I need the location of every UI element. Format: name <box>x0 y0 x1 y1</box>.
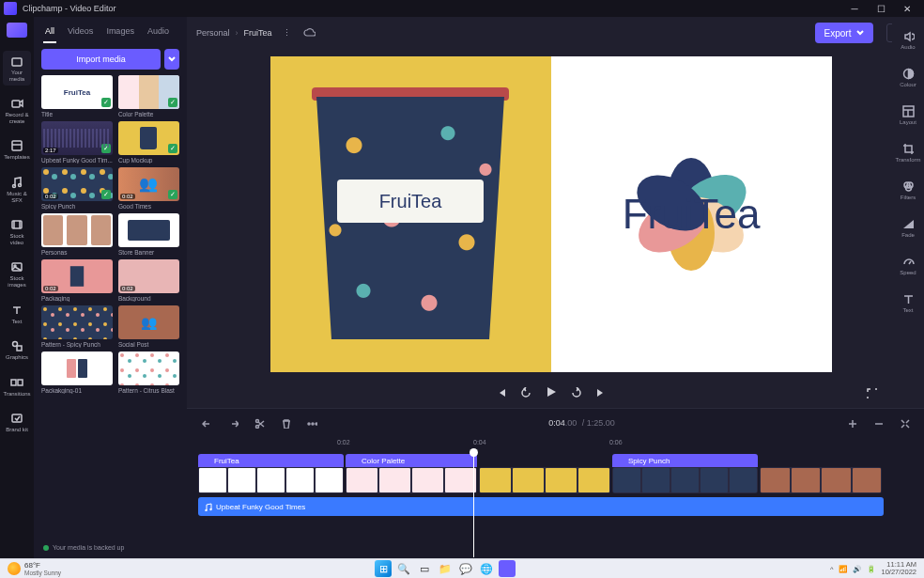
taskbar-tray[interactable]: ^ 📶 🔊 🔋 11:11 AM 10/27/2022 <box>830 561 916 577</box>
volume-icon[interactable]: 🔊 <box>853 565 861 573</box>
video-clip[interactable] <box>346 467 477 493</box>
start-button[interactable]: ⊞ <box>375 560 392 577</box>
media-panel: All Videos Images Audio Import media Fru… <box>34 17 187 558</box>
wifi-icon[interactable]: 📶 <box>839 565 847 573</box>
camera-icon <box>10 97 23 110</box>
media-item[interactable]: 0:02Spicy Punch <box>41 167 113 210</box>
breadcrumb-current[interactable]: FruiTea <box>244 28 272 38</box>
cloud-icon <box>303 27 316 39</box>
skip-end-button[interactable] <box>595 385 607 402</box>
rail-music[interactable]: Music & SFX <box>3 172 31 207</box>
taskbar-chat[interactable]: 💬 <box>457 560 474 577</box>
breadcrumb-parent[interactable]: Personal <box>196 28 230 38</box>
music-note-icon <box>204 503 212 511</box>
taskbar-explorer[interactable]: 📁 <box>437 560 454 577</box>
rail-stock-images[interactable]: Stock images <box>3 257 31 291</box>
media-item[interactable]: Packakging-01 <box>41 351 113 394</box>
fit-timeline-button[interactable] <box>896 414 913 431</box>
timeline-toolbar: 0:04.00 / 1:25.00 <box>187 409 924 437</box>
audio-clip[interactable]: Upbeat Funky Good Times <box>198 497 884 516</box>
taskbar-clock[interactable]: 11:11 AM 10/27/2022 <box>881 561 916 577</box>
clip-label[interactable]: Color Palette <box>346 454 477 467</box>
undo-button[interactable] <box>198 414 215 431</box>
rail-record[interactable]: Record & create <box>3 93 31 128</box>
delete-button[interactable] <box>277 414 294 431</box>
tab-images[interactable]: Images <box>104 23 136 43</box>
tool-speed[interactable]: Speed <box>895 248 921 282</box>
overflow-menu-button[interactable]: ⋮ <box>280 25 295 40</box>
crop-icon <box>902 143 915 155</box>
import-media-button[interactable]: Import media <box>41 49 161 70</box>
tool-colour[interactable]: Colour <box>895 60 921 94</box>
media-item[interactable]: Store Banner <box>118 213 179 256</box>
media-item[interactable]: 2:17Upbeat Funky Good Tim... <box>41 121 113 164</box>
maximize-button[interactable]: ☐ <box>868 0 894 17</box>
video-clip[interactable] <box>612 467 758 493</box>
tool-filters[interactable]: Filters <box>895 173 921 207</box>
playhead[interactable] <box>473 452 474 557</box>
clip-label[interactable]: FruiTea <box>198 454 344 467</box>
tray-chevron-icon[interactable]: ^ <box>830 565 834 573</box>
taskbar-task-view[interactable]: ▭ <box>416 560 433 577</box>
video-clip[interactable] <box>760 467 882 493</box>
tab-videos[interactable]: Videos <box>66 23 95 43</box>
shapes-icon <box>10 339 23 352</box>
rail-text[interactable]: Text <box>3 300 31 329</box>
minimize-button[interactable]: ─ <box>841 0 868 17</box>
media-item[interactable]: 0:02Good Times <box>118 167 179 210</box>
play-button[interactable] <box>545 385 558 402</box>
import-media-dropdown[interactable] <box>164 49 179 70</box>
export-button[interactable]: Export <box>815 23 874 43</box>
cloud-sync-icon[interactable] <box>302 25 317 40</box>
media-item[interactable]: FruiTeaTitle <box>41 75 113 117</box>
timeline-tracks[interactable]: FruiTea Color Palette Spicy Punch Upbeat… <box>187 452 924 557</box>
svg-point-4 <box>13 184 16 187</box>
clip-label[interactable]: Spicy Punch <box>612 454 758 467</box>
battery-icon[interactable]: 🔋 <box>867 565 875 573</box>
tool-audio[interactable]: Audio <box>895 23 921 56</box>
forward-button[interactable] <box>571 385 582 402</box>
taskbar-search[interactable]: 🔍 <box>395 560 412 577</box>
taskbar-center: ⊞ 🔍 ▭ 📁 💬 🌐 <box>375 560 516 577</box>
rail-stock-video[interactable]: Stock video <box>3 214 31 249</box>
media-item[interactable]: Cup Mockup <box>118 121 179 164</box>
text-icon <box>10 304 23 317</box>
more-button[interactable] <box>303 414 320 431</box>
media-item[interactable]: Pattern - Citrus Blast <box>118 351 179 394</box>
rail-your-media[interactable]: Your media <box>3 51 31 86</box>
tool-layout[interactable]: Layout <box>895 98 921 132</box>
rewind-button[interactable] <box>520 385 531 402</box>
video-clip[interactable] <box>479 467 610 493</box>
preview-canvas[interactable]: FruiTea FruiTea <box>270 56 832 372</box>
media-item[interactable]: 0:02Background <box>118 259 179 302</box>
fade-icon <box>902 218 915 230</box>
video-clip[interactable] <box>198 467 344 493</box>
tab-audio[interactable]: Audio <box>146 23 171 43</box>
tab-all[interactable]: All <box>43 23 56 43</box>
taskbar-weather[interactable]: 68°F Mostly Sunny <box>8 561 61 576</box>
windows-taskbar[interactable]: 68°F Mostly Sunny ⊞ 🔍 ▭ 📁 💬 🌐 ^ 📶 🔊 🔋 11… <box>0 558 924 578</box>
rail-graphics[interactable]: Graphics <box>3 336 31 365</box>
media-item[interactable]: Personas <box>41 213 113 256</box>
rail-transitions[interactable]: Transitions <box>3 372 31 401</box>
tool-transform[interactable]: Transform <box>895 135 921 169</box>
skip-start-button[interactable] <box>496 385 507 402</box>
tool-fade[interactable]: Fade <box>895 211 921 244</box>
rail-brand-kit[interactable]: Brand kit <box>3 408 31 437</box>
split-button[interactable] <box>251 414 268 431</box>
media-item[interactable]: Pattern - Spicy Punch <box>41 305 113 348</box>
redo-button[interactable] <box>224 414 241 431</box>
add-track-button[interactable] <box>843 414 860 431</box>
rail-templates[interactable]: Templates <box>3 135 31 164</box>
tool-text[interactable]: Text <box>895 286 921 320</box>
media-item[interactable]: Social Post <box>118 305 179 348</box>
media-item[interactable]: Color Palette <box>118 75 179 117</box>
fullscreen-button[interactable] <box>866 385 877 402</box>
clipchamp-logo <box>7 23 27 38</box>
media-item[interactable]: 0:02Packaging <box>41 259 113 302</box>
taskbar-clipchamp[interactable] <box>499 560 516 577</box>
timeline-ruler[interactable]: 0:02 0:04 0:06 <box>187 437 924 452</box>
close-button[interactable]: ✕ <box>894 0 920 17</box>
taskbar-edge[interactable]: 🌐 <box>478 560 495 577</box>
remove-track-button[interactable] <box>870 414 886 431</box>
